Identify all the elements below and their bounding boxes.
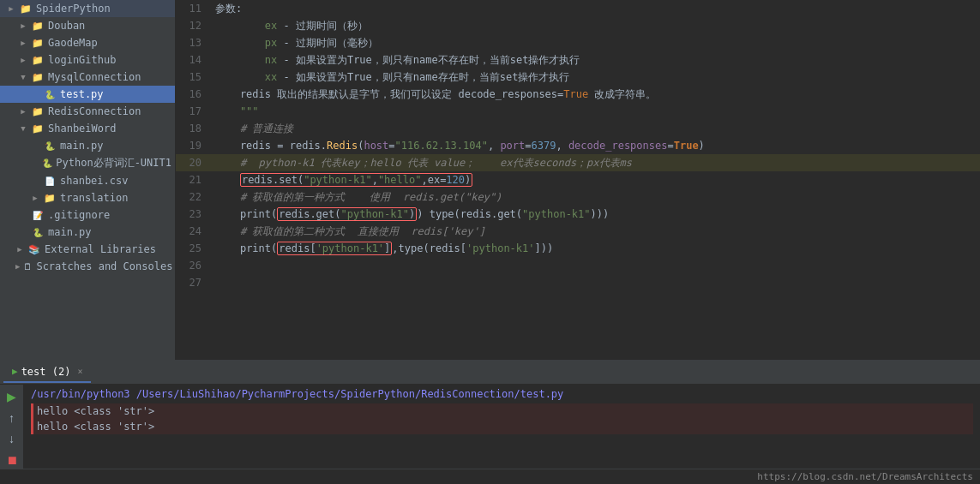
arrow-icon: ▶ xyxy=(31,194,39,202)
sidebar-label: MysqlConnection xyxy=(48,71,141,83)
line-content[interactable]: 参数: xyxy=(210,0,980,17)
run-output[interactable]: /usr/bin/python3 /Users/LiuShihao/Pychar… xyxy=(24,385,980,469)
run-play-button[interactable]: ▶ xyxy=(3,388,21,406)
line-content[interactable]: redis 取出的结果默认是字节，我们可以设定 decode_responses… xyxy=(210,86,980,103)
run-stop-button[interactable]: ⏹ xyxy=(3,451,21,469)
line-content[interactable]: px - 过期时间（毫秒） xyxy=(210,34,980,51)
run-tab-close[interactable]: × xyxy=(77,367,82,376)
sidebar-item-gitignore[interactable]: 📝.gitignore xyxy=(0,206,175,224)
arrow-icon: ▼ xyxy=(19,124,27,133)
line-content[interactable]: ex - 过期时间（秒） xyxy=(210,17,980,34)
py-icon: 🐍 xyxy=(31,225,45,239)
sidebar-label: Python必背词汇-UNIT1 xyxy=(56,156,171,170)
line-number: 27 xyxy=(176,274,210,291)
sidebar-item-external-libraries[interactable]: ▶ 📚 External Libraries xyxy=(0,241,175,258)
folder-icon: 📁 xyxy=(31,36,45,50)
line-number: 12 xyxy=(176,17,210,34)
sidebar-label: main.py xyxy=(48,226,92,238)
sidebar-item-gaodemap[interactable]: ▶📁GaodeMap xyxy=(0,34,175,51)
table-row: 12 ex - 过期时间（秒） xyxy=(176,17,980,34)
arrow-icon: ▶ xyxy=(19,39,27,47)
folder-icon: 📁 xyxy=(31,53,45,67)
line-number: 20 xyxy=(176,154,210,171)
sidebar-item-logingithub[interactable]: ▶📁loginGithub xyxy=(0,51,175,69)
sidebar-label: loginGithub xyxy=(48,54,116,66)
sidebar-item-douban[interactable]: ▶📁Douban xyxy=(0,17,175,34)
sidebar-item-shanbei-csv[interactable]: 📄shanbei.csv xyxy=(0,172,175,189)
line-content[interactable] xyxy=(210,257,980,274)
table-row: 21 redis.set("python-k1","hello",ex=120) xyxy=(176,171,980,188)
folder-icon: 📁 xyxy=(43,191,57,205)
git-icon: 📝 xyxy=(31,208,45,222)
run-down-button[interactable]: ↓ xyxy=(3,430,21,448)
py-icon: 🐍 xyxy=(41,157,52,170)
code-editor[interactable]: 11参数:12 ex - 过期时间（秒）13 px - 过期时间（毫秒）14 n… xyxy=(176,0,980,360)
run-command: /usr/bin/python3 /Users/LiuShihao/Pychar… xyxy=(31,388,973,400)
csv-icon: 📄 xyxy=(43,174,57,188)
table-row: 19 redis = redis.Redis(host="116.62.13.1… xyxy=(176,137,980,154)
sidebar-label: test.py xyxy=(60,88,104,100)
line-content[interactable]: # 获取值的第二种方式 直接使用 redis['key'] xyxy=(210,223,980,240)
arrow-icon: ▶ xyxy=(7,4,15,13)
arrow-icon: ▶ xyxy=(19,107,27,116)
line-content[interactable]: # 获取值的第一种方式 使用 redis.get("key") xyxy=(210,188,980,206)
sidebar-label: RedisConnection xyxy=(48,105,141,117)
line-content[interactable]: redis = redis.Redis(host="116.62.13.104"… xyxy=(210,137,980,154)
run-up-button[interactable]: ↑ xyxy=(3,409,21,427)
run-sidebar: ▶ ↑ ↓ ⏹ xyxy=(0,385,24,469)
line-content[interactable]: print(redis.get("python-k1")) type(redis… xyxy=(210,206,980,223)
sidebar-item-redisconnection[interactable]: ▶📁RedisConnection xyxy=(0,103,175,120)
line-number: 23 xyxy=(176,206,210,223)
table-row: 13 px - 过期时间（毫秒） xyxy=(176,34,980,51)
table-row: 16 redis 取出的结果默认是字节，我们可以设定 decode_respon… xyxy=(176,86,980,103)
code-table: 11参数:12 ex - 过期时间（秒）13 px - 过期时间（毫秒）14 n… xyxy=(176,0,980,291)
line-number: 18 xyxy=(176,120,210,137)
run-footer: https://blog.csdn.net/DreamsArchitects xyxy=(0,469,980,484)
arrow-icon: ▼ xyxy=(19,73,27,81)
sidebar-label: shanbei.csv xyxy=(60,175,128,187)
table-row: 15 xx - 如果设置为True，则只有name存在时，当前set操作才执行 xyxy=(176,69,980,86)
line-number: 26 xyxy=(176,257,210,274)
sidebar-item-mysqlconnection[interactable]: ▼📁MysqlConnection xyxy=(0,69,175,86)
sidebar-item-main-py[interactable]: 🐍main.py xyxy=(0,137,175,154)
line-content[interactable]: nx - 如果设置为True，则只有name不存在时，当前set操作才执行 xyxy=(210,51,980,69)
folder-icon: 📁 xyxy=(31,105,45,118)
table-row: 26 xyxy=(176,257,980,274)
output-line: hello <class 'str'> xyxy=(31,419,973,434)
sidebar-label: translation xyxy=(60,192,128,204)
line-number: 11 xyxy=(176,0,210,17)
table-row: 14 nx - 如果设置为True，则只有name不存在时，当前set操作才执行 xyxy=(176,51,980,69)
line-content[interactable]: redis.set("python-k1","hello",ex=120) xyxy=(210,171,980,188)
run-panel: ▶ test (2) × ▶ ↑ ↓ ⏹ /usr/bin/python3 /U… xyxy=(0,360,980,484)
sidebar-item-main-py2[interactable]: 🐍main.py xyxy=(0,224,175,241)
line-number: 15 xyxy=(176,69,210,86)
line-number: 22 xyxy=(176,188,210,206)
sidebar-item-test-py[interactable]: 🐍test.py xyxy=(0,86,175,103)
sidebar: ▶📁SpiderPython▶📁Douban▶📁GaodeMap▶📁loginG… xyxy=(0,0,176,360)
line-content[interactable]: print(redis['python-k1'],type(redis['pyt… xyxy=(210,240,980,257)
sidebar-item-shanbeiword[interactable]: ▼📁ShanbeiWord xyxy=(0,120,175,137)
editor-area: 11参数:12 ex - 过期时间（秒）13 px - 过期时间（毫秒）14 n… xyxy=(176,0,980,360)
folder-icon: 📁 xyxy=(19,2,33,15)
arrow-icon: ▶ xyxy=(19,56,27,64)
run-tab-test[interactable]: ▶ test (2) × xyxy=(3,362,91,383)
line-content[interactable]: # python-k1 代表key；hello 代表 value； ex代表se… xyxy=(210,154,980,171)
sidebar-item-python-vocab[interactable]: 🐍Python必背词汇-UNIT1 xyxy=(0,154,175,172)
line-number: 16 xyxy=(176,86,210,103)
table-row: 25 print(redis['python-k1'],type(redis['… xyxy=(176,240,980,257)
sidebar-item-spiderpython[interactable]: ▶📁SpiderPython xyxy=(0,0,175,17)
folder-icon: 📁 xyxy=(31,122,45,135)
line-content[interactable] xyxy=(210,274,980,291)
sidebar-label: .gitignore xyxy=(48,209,110,221)
line-content[interactable]: # 普通连接 xyxy=(210,120,980,137)
folder-icon: 📁 xyxy=(31,70,45,84)
line-content[interactable]: xx - 如果设置为True，则只有name存在时，当前set操作才执行 xyxy=(210,69,980,86)
line-number: 13 xyxy=(176,34,210,51)
sidebar-label: Douban xyxy=(48,20,85,32)
line-content[interactable]: """ xyxy=(210,103,980,120)
sidebar-item-translation[interactable]: ▶📁translation xyxy=(0,189,175,206)
line-number: 17 xyxy=(176,103,210,120)
table-row: 22 # 获取值的第一种方式 使用 redis.get("key") xyxy=(176,188,980,206)
main-area: ▶📁SpiderPython▶📁Douban▶📁GaodeMap▶📁loginG… xyxy=(0,0,980,360)
sidebar-item-scratches[interactable]: ▶ 🗒 Scratches and Consoles xyxy=(0,258,175,275)
